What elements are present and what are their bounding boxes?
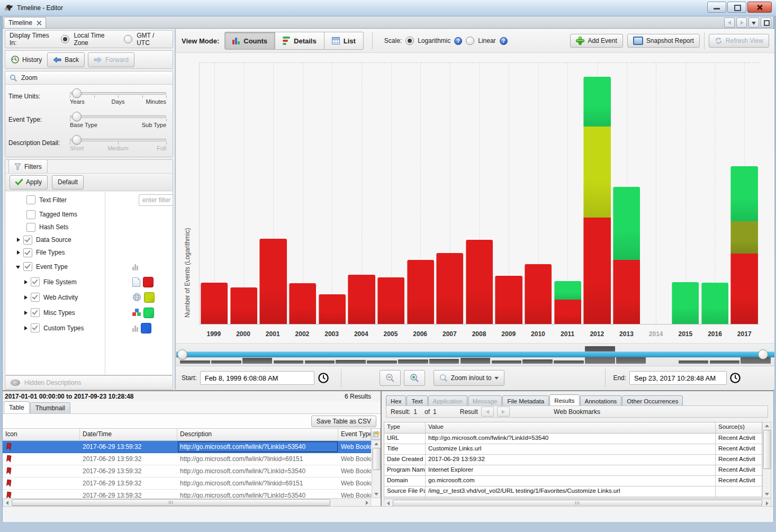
tab-table[interactable]: Table: [4, 401, 30, 413]
add-event-button[interactable]: Add Event: [570, 34, 622, 48]
gmt-utc-label[interactable]: GMT / UTC: [137, 32, 168, 47]
tab-scroll-right-button[interactable]: [736, 17, 747, 28]
customize-columns-button[interactable]: [371, 428, 381, 440]
start-datetime-input[interactable]: [200, 371, 314, 385]
stacked-bar-2001[interactable]: [259, 239, 286, 324]
scrollbar-thumb[interactable]: [12, 499, 330, 506]
stacked-bar-2004[interactable]: [348, 275, 375, 324]
scrollbar-thumb[interactable]: [373, 448, 381, 470]
column-header-icon[interactable]: Icon: [3, 429, 80, 440]
filter-tree-row[interactable]: Event Type: [5, 259, 173, 274]
table-row[interactable]: 2017-06-29 13:59:32http://go.microsoft.c…: [3, 465, 371, 477]
stacked-bar-2003[interactable]: [319, 294, 346, 324]
bar-segment-misc-types[interactable]: [554, 281, 581, 300]
filter-tree-row[interactable]: Tagged Items: [5, 208, 173, 221]
stacked-bar-2007[interactable]: [436, 253, 463, 324]
scale-linear-radio[interactable]: [466, 37, 474, 45]
bar-segment-file-system[interactable]: [259, 239, 286, 324]
attribute-row[interactable]: Date Created2017-06-29 13:59:32Recent Ac…: [384, 455, 762, 465]
hidden-descriptions-bar[interactable]: Hidden Descriptions: [5, 375, 173, 390]
filter-checkbox[interactable]: [23, 236, 32, 245]
stacked-bar-1999[interactable]: [201, 283, 228, 324]
zoom-out-button[interactable]: [380, 370, 401, 386]
bar-segment-file-system[interactable]: [525, 264, 552, 324]
maximize-button[interactable]: [727, 2, 746, 13]
bar-segment-web-activity[interactable]: [730, 221, 757, 254]
view-mode-details-button[interactable]: Details: [275, 32, 324, 50]
bar-segment-file-system[interactable]: [554, 300, 581, 324]
filter-checkbox[interactable]: [31, 293, 40, 302]
filter-checkbox[interactable]: [23, 262, 32, 271]
scroll-up-arrow[interactable]: [373, 440, 380, 447]
scrollbar-thumb[interactable]: [763, 430, 771, 469]
filter-tree-row[interactable]: Hash Sets: [5, 221, 173, 233]
bar-segment-file-system[interactable]: [319, 294, 346, 324]
filter-tree-row[interactable]: Custom Types: [5, 320, 173, 336]
attribute-row[interactable]: Source File Pa/img_cr_test3.vhd/vol_vol2…: [384, 486, 762, 497]
bar-segment-file-system[interactable]: [289, 283, 316, 324]
attributes-vertical-scrollbar[interactable]: [762, 422, 771, 498]
bar-segment-file-system[interactable]: [407, 260, 434, 324]
filter-tree-row[interactable]: File Types: [5, 246, 173, 259]
local-time-zone-radio[interactable]: [61, 35, 69, 43]
table-row[interactable]: 2017-06-29 13:59:32http://go.microsoft.c…: [3, 453, 371, 465]
expand-arrow-icon[interactable]: [23, 295, 29, 300]
minimize-button[interactable]: [707, 2, 726, 13]
bar-segment-misc-types[interactable]: [672, 282, 699, 324]
attribute-row[interactable]: Domaingo.microsoft.comRecent Activit: [384, 476, 762, 486]
bar-segment-web-activity[interactable]: [583, 127, 610, 218]
filter-checkbox[interactable]: [31, 308, 40, 317]
view-mode-counts-button[interactable]: Counts: [224, 32, 275, 50]
bar-segment-file-system[interactable]: [230, 287, 257, 324]
expand-arrow-icon[interactable]: [16, 250, 21, 255]
tab-list-dropdown-button[interactable]: [748, 17, 759, 28]
tab-file-metadata[interactable]: File Metadata: [502, 395, 549, 407]
range-end-handle[interactable]: [758, 349, 768, 359]
filter-tree-row[interactable]: Text Filter: [5, 192, 173, 208]
tab-thumbnail[interactable]: Thumbnail: [30, 402, 70, 413]
filter-tree-row[interactable]: Data Source: [5, 233, 173, 246]
filter-checkbox[interactable]: [26, 210, 35, 219]
expand-arrow-icon[interactable]: [16, 237, 21, 242]
stacked-bar-2011[interactable]: [554, 281, 581, 324]
expand-arrow-icon[interactable]: [23, 326, 29, 331]
local-time-zone-label[interactable]: Local Time Zone: [74, 32, 120, 47]
tab-scroll-left-button[interactable]: [724, 17, 735, 28]
bar-segment-file-system[interactable]: [377, 277, 404, 324]
filters-tab[interactable]: Filters: [8, 159, 48, 173]
start-clock-button[interactable]: [318, 372, 329, 384]
default-button[interactable]: Default: [52, 175, 84, 190]
zoom-in-button[interactable]: [404, 370, 425, 386]
column-header-datetime[interactable]: Date/Time: [80, 429, 177, 440]
scroll-left-arrow[interactable]: [4, 500, 10, 506]
close-button[interactable]: [747, 2, 772, 13]
tab-other-occurrences[interactable]: Other Occurrences: [622, 395, 683, 407]
filter-checkbox[interactable]: [26, 223, 35, 232]
tab-close-icon[interactable]: [37, 21, 41, 25]
filter-checkbox[interactable]: [31, 277, 40, 286]
help-icon[interactable]: [454, 37, 462, 45]
filter-tree-row[interactable]: File System: [5, 274, 173, 290]
bar-segment-file-system[interactable]: [348, 275, 375, 324]
attribute-row[interactable]: URLhttp://go.microsoft.com/fwlink/?LinkI…: [384, 434, 762, 444]
end-clock-button[interactable]: [729, 372, 741, 384]
stacked-bar-2005[interactable]: [377, 277, 404, 324]
column-header-sources[interactable]: Source(s): [716, 422, 762, 433]
table-row[interactable]: 2017-06-29 13:59:32http://go.microsoft.c…: [3, 477, 371, 490]
column-header-eventtype[interactable]: Event Type: [338, 429, 371, 440]
bar-segment-misc-types[interactable]: [730, 166, 757, 221]
stacked-bar-2006[interactable]: [407, 260, 434, 324]
forward-button[interactable]: Forward: [88, 52, 134, 67]
chart-plot-area[interactable]: [199, 62, 759, 324]
apply-button[interactable]: Apply: [10, 175, 48, 190]
view-mode-list-button[interactable]: List: [324, 32, 364, 50]
maximize-view-button[interactable]: [761, 17, 771, 28]
filter-checkbox[interactable]: [31, 323, 40, 332]
scroll-down-arrow[interactable]: [763, 491, 770, 498]
expand-arrow-icon[interactable]: [23, 279, 29, 285]
attribute-row[interactable]: TitleCustomize Links.urlRecent Activit: [384, 444, 762, 455]
stacked-bar-2010[interactable]: [525, 264, 552, 324]
expand-arrow-icon[interactable]: [23, 310, 29, 315]
bar-segment-file-system[interactable]: [466, 240, 493, 324]
stacked-bar-2013[interactable]: [613, 187, 640, 324]
